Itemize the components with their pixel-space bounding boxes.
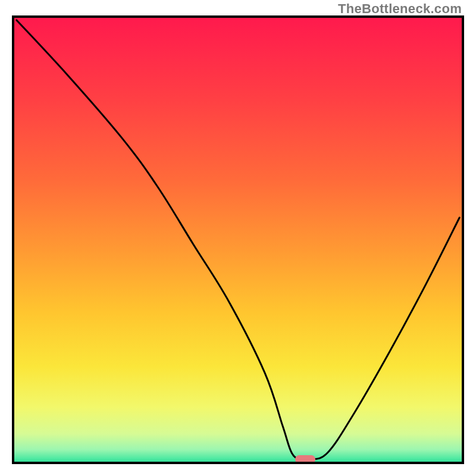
bottleneck-curve [14,18,462,462]
chart-frame: TheBottleneck.com [0,0,476,476]
optimal-marker [295,455,315,464]
watermark-label: TheBottleneck.com [338,1,462,17]
plot-area [12,15,464,464]
